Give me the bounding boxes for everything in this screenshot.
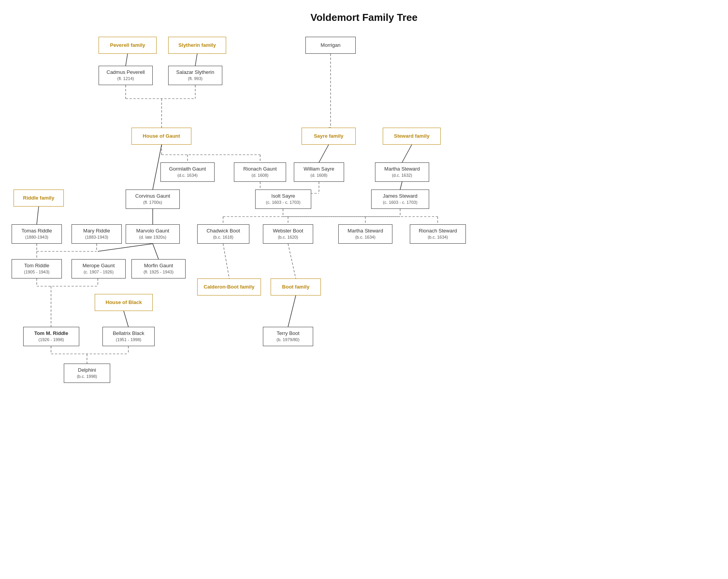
node-sub-rionach_steward: (b.c. 1634): [428, 234, 448, 240]
node-label-gormlaith_gaunt: Gormlaith Gaunt: [169, 166, 206, 173]
node-sub-james_steward: (c. 1603 - c. 1703): [383, 200, 417, 205]
node-label-rionach_steward: Rionach Steward: [419, 228, 457, 234]
node-chadwick_boot: Chadwick Boot(b.c. 1618): [197, 224, 249, 244]
svg-line-34: [98, 244, 153, 251]
node-label-corvinus_gaunt: Corvinus Gaunt: [135, 193, 170, 200]
node-label-tomas_riddle: Tomas Riddle: [22, 228, 52, 234]
node-william_sayre: William Sayre(d. 1608): [294, 162, 344, 182]
node-terry_boot: Terry Boot(b. 1979/80): [263, 327, 313, 346]
node-label-chadwick_boot: Chadwick Boot: [206, 228, 240, 234]
node-sub-merope_gaunt: (c. 1907 - 1926): [84, 269, 114, 275]
node-mary_riddle: Mary Riddle(1883-1943): [72, 224, 122, 244]
node-sub-gormlaith_gaunt: (d.c. 1634): [177, 173, 198, 178]
node-rionach_gaunt: Rionach Gaunt(d. 1608): [234, 162, 286, 182]
node-morfin_gaunt: Morfin Gaunt(fl. 1925 - 1943): [131, 259, 186, 278]
page-title: Voldemort Family Tree: [0, 12, 728, 24]
svg-line-13: [402, 145, 412, 162]
node-sub-william_sayre: (d. 1608): [310, 173, 327, 178]
family-tree-canvas: Voldemort Family Tree: [0, 0, 728, 579]
node-label-salazar_slytherin: Salazar Slytherin: [176, 69, 214, 76]
node-sub-martha_steward2: (b.c. 1634): [355, 234, 376, 240]
node-isolt_sayre: Isolt Sayre(c. 1603 - c. 1703): [255, 190, 311, 209]
node-sub-marvolo_gaunt: (d. late 1920s): [139, 234, 166, 240]
node-label-william_sayre: William Sayre: [303, 166, 334, 173]
node-label-sayre_family: Sayre family: [314, 133, 344, 140]
node-sub-mary_riddle: (1883-1943): [85, 234, 108, 240]
svg-line-19: [37, 207, 39, 224]
node-delphini: Delphini(b.c. 1998): [64, 364, 110, 383]
node-sub-tom_riddle_sr: (1905 - 1943): [24, 269, 49, 275]
node-marvolo_gaunt: Marvolo Gaunt(d. late 1920s): [126, 224, 180, 244]
node-label-webster_boot: Webster Boot: [273, 228, 303, 234]
svg-line-42: [124, 311, 128, 327]
node-peverell_family: Peverell family: [99, 37, 157, 54]
node-label-mary_riddle: Mary Riddle: [83, 228, 110, 234]
node-label-steward_family: Steward family: [394, 133, 430, 140]
node-label-marvolo_gaunt: Marvolo Gaunt: [136, 228, 169, 234]
node-tom_riddle_jr: Tom M. Riddle(1926 - 1998): [23, 327, 79, 346]
node-label-delphini: Delphini: [78, 367, 96, 374]
node-slytherin_family: Slytherin family: [168, 37, 226, 54]
node-merope_gaunt: Merope Gaunt(c. 1907 - 1926): [72, 259, 126, 278]
node-sub-tom_riddle_jr: (1926 - 1998): [38, 337, 64, 342]
node-sub-bellatrix_black: (1951 - 1998): [116, 337, 141, 342]
svg-line-1: [195, 54, 197, 66]
node-bellatrix_black: Bellatrix Black(1951 - 1998): [102, 327, 155, 346]
node-label-bellatrix_black: Bellatrix Black: [113, 330, 145, 337]
node-label-morfin_gaunt: Morfin Gaunt: [144, 263, 173, 269]
node-label-james_steward: James Steward: [383, 193, 418, 200]
node-label-rionach_gaunt: Rionach Gaunt: [243, 166, 277, 173]
node-label-boot_family: Boot family: [282, 284, 310, 290]
node-sub-martha_steward: (d.c. 1632): [392, 173, 413, 178]
svg-line-18: [400, 182, 402, 190]
node-label-isolt_sayre: Isolt Sayre: [271, 193, 295, 200]
node-cadmus_peverell: Cadmus Peverell(fl. 1214): [99, 66, 153, 85]
node-label-calderon_boot_family: Calderon-Boot family: [204, 284, 254, 290]
node-sub-rionach_gaunt: (d. 1608): [251, 173, 268, 178]
node-sub-webster_boot: (b.c. 1620): [278, 234, 298, 240]
node-label-morrigan: Morrigan: [321, 42, 340, 49]
node-label-cadmus_peverell: Cadmus Peverell: [107, 69, 145, 76]
node-tomas_riddle: Tomas Riddle(1880-1943): [12, 224, 62, 244]
node-sub-chadwick_boot: (b.c. 1618): [213, 234, 234, 240]
node-house_of_black: House of Black: [95, 294, 153, 311]
node-salazar_slytherin: Salazar Slytherin(ft. 993): [168, 66, 222, 85]
node-sub-tomas_riddle: (1880-1943): [25, 234, 48, 240]
node-label-martha_steward2: Martha Steward: [348, 228, 383, 234]
node-morrigan: Morrigan: [305, 37, 356, 54]
node-gormlaith_gaunt: Gormlaith Gaunt(d.c. 1634): [160, 162, 215, 182]
node-sayre_family: Sayre family: [302, 128, 356, 145]
svg-line-35: [153, 244, 159, 259]
node-calderon_boot_family: Calderon-Boot family: [197, 278, 261, 295]
node-house_of_gaunt: House of Gaunt: [131, 128, 191, 145]
node-rionach_steward: Rionach Steward(b.c. 1634): [410, 224, 466, 244]
node-webster_boot: Webster Boot(b.c. 1620): [263, 224, 313, 244]
node-label-slytherin_family: Slytherin family: [179, 42, 216, 49]
node-sub-morfin_gaunt: (fl. 1925 - 1943): [143, 269, 174, 275]
node-riddle_family: Riddle family: [14, 190, 64, 207]
node-sub-isolt_sayre: (c. 1603 - c. 1703): [266, 200, 300, 205]
node-martha_steward: Martha Steward(d.c. 1632): [375, 162, 429, 182]
node-james_steward: James Steward(c. 1603 - c. 1703): [371, 190, 429, 209]
node-martha_steward2: Martha Steward(b.c. 1634): [338, 224, 392, 244]
node-sub-corvinus_gaunt: (fl. 1700s): [143, 200, 162, 205]
node-tom_riddle_sr: Tom Riddle(1905 - 1943): [12, 259, 62, 278]
node-sub-terry_boot: (b. 1979/80): [276, 337, 299, 342]
svg-line-40: [223, 244, 229, 278]
node-sub-delphini: (b.c. 1998): [77, 374, 97, 379]
node-sub-cadmus_peverell: (fl. 1214): [117, 76, 134, 81]
node-sub-salazar_slytherin: (ft. 993): [188, 76, 203, 81]
node-corvinus_gaunt: Corvinus Gaunt(fl. 1700s): [126, 190, 180, 209]
svg-line-47: [288, 295, 296, 327]
node-label-merope_gaunt: Merope Gaunt: [82, 263, 114, 269]
node-label-house_of_black: House of Black: [106, 299, 142, 306]
node-label-terry_boot: Terry Boot: [276, 330, 299, 337]
node-label-peverell_family: Peverell family: [110, 42, 145, 49]
connection-lines: [0, 0, 728, 579]
node-label-martha_steward: Martha Steward: [384, 166, 420, 173]
node-steward_family: Steward family: [383, 128, 441, 145]
node-label-house_of_gaunt: House of Gaunt: [143, 133, 180, 140]
svg-line-0: [126, 54, 128, 66]
node-label-tom_riddle_jr: Tom M. Riddle: [34, 330, 68, 337]
svg-line-41: [288, 244, 296, 278]
